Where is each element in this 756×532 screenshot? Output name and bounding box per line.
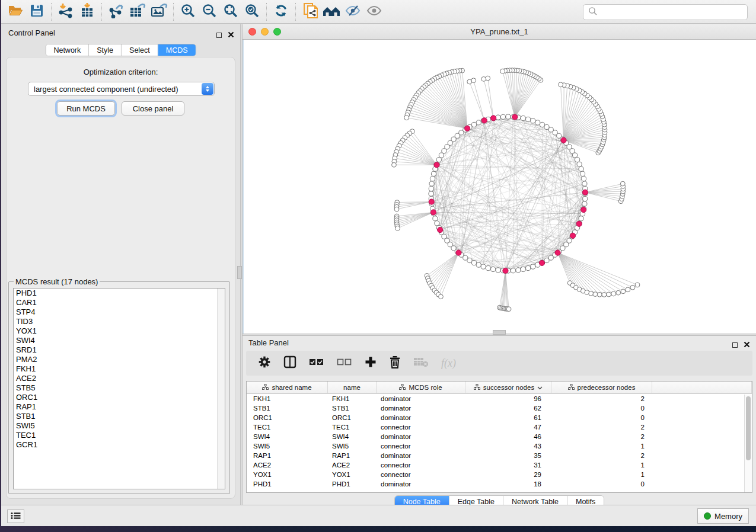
save-session-button[interactable] [26, 2, 47, 21]
mcds-result-item[interactable]: YOX1 [14, 326, 225, 336]
column-header-MCDS-role[interactable]: MCDS role [377, 382, 465, 394]
hub-node[interactable] [570, 233, 575, 238]
hub-node[interactable] [582, 190, 588, 195]
splitter-grip[interactable] [493, 330, 506, 335]
table-row[interactable]: TEC1TEC1connector472 [247, 422, 752, 432]
mcds-result-item[interactable]: TID3 [14, 317, 225, 326]
mcds-result-item[interactable]: PMA2 [14, 355, 225, 364]
hub-node[interactable] [561, 137, 566, 143]
hub-node[interactable] [434, 162, 439, 168]
column-header-successor-nodes[interactable]: successor nodes [465, 382, 551, 394]
hide-selected-button[interactable] [342, 2, 363, 21]
tab-network[interactable]: Network [46, 44, 88, 56]
network-graph[interactable] [244, 40, 756, 334]
tab-mcds[interactable]: MCDS [158, 44, 196, 56]
table-row[interactable]: YOX1YOX1connector291 [247, 470, 752, 479]
search-input[interactable] [601, 8, 742, 17]
mcds-result-item[interactable]: FKH1 [14, 364, 225, 374]
column-header-predecessor-nodes[interactable]: predecessor nodes [551, 382, 652, 394]
close-panel-icon[interactable] [744, 339, 750, 350]
show-columns-button[interactable] [283, 355, 296, 371]
zoom-in-button[interactable] [177, 2, 199, 21]
mcds-result-item[interactable]: ACE2 [14, 374, 225, 383]
column-header-name[interactable]: name [328, 382, 377, 394]
zoom-out-button[interactable] [199, 2, 220, 21]
table-row[interactable]: RAP1RAP1dominator352 [247, 451, 752, 460]
mcds-result-item[interactable]: SRD1 [14, 345, 225, 355]
mcds-result-item[interactable]: RAP1 [14, 402, 225, 412]
column-header-shared-name[interactable]: shared name [247, 382, 328, 394]
show-all-button[interactable] [363, 2, 385, 21]
hub-node[interactable] [491, 116, 496, 121]
mcds-result-item[interactable]: ORC1 [14, 393, 225, 402]
table-row[interactable]: ORC1ORC1dominator610 [247, 413, 752, 422]
scrollbar-thumb[interactable] [746, 396, 751, 460]
import-network-button[interactable] [55, 2, 76, 21]
hub-node[interactable] [429, 199, 434, 204]
tab-select[interactable]: Select [121, 44, 158, 56]
mcds-result-item[interactable]: GCR1 [14, 440, 225, 450]
network-canvas[interactable] [243, 40, 756, 334]
mcds-result-list[interactable]: PHD1CAR1STP4TID3YOX1SWI4SRD1PMA2FKH1ACE2… [13, 288, 225, 489]
memory-button[interactable]: Memory [697, 508, 749, 524]
hub-node[interactable] [481, 118, 487, 123]
zoom-fit-icon [223, 3, 238, 21]
run-mcds-button[interactable]: Run MCDS [57, 101, 115, 116]
table-row[interactable]: STB1STB1dominator620 [247, 403, 752, 413]
float-panel-icon[interactable] [216, 33, 222, 38]
memory-label: Memory [714, 512, 742, 521]
hub-node[interactable] [438, 227, 443, 232]
export-network-button[interactable] [106, 2, 127, 21]
mcds-result-item[interactable]: PHD1 [14, 289, 225, 298]
refresh-button[interactable] [270, 2, 292, 21]
mcds-result-item[interactable]: SWI4 [14, 336, 225, 345]
hub-node[interactable] [576, 221, 582, 226]
table-row[interactable]: FKH1FKH1dominator962 [247, 394, 752, 403]
table-row[interactable]: ACE2ACE2connector311 [247, 460, 752, 470]
table-row[interactable]: SWI5SWI5connector431 [247, 441, 752, 451]
network-titlebar[interactable]: YPA_prune.txt_1 [243, 24, 756, 40]
select-all-button[interactable] [309, 358, 324, 368]
clone-network-button[interactable] [299, 2, 321, 21]
zoom-selected-button[interactable] [241, 2, 263, 21]
table-settings-button[interactable] [258, 355, 271, 371]
hub-node[interactable] [503, 268, 508, 273]
task-history-button[interactable] [7, 509, 24, 523]
open-file-button[interactable] [5, 2, 26, 21]
splitter-grip[interactable] [237, 266, 242, 279]
hub-node[interactable] [555, 250, 560, 255]
close-panel-button[interactable]: Close panel [122, 101, 184, 116]
table-cell: TEC1 [247, 422, 328, 432]
export-image-button[interactable] [148, 2, 170, 21]
delete-column-button[interactable] [389, 355, 401, 371]
export-table-button[interactable] [127, 2, 148, 21]
mcds-result-item[interactable]: STB5 [14, 383, 225, 393]
hub-node[interactable] [465, 126, 470, 131]
zoom-fit-button[interactable] [220, 2, 241, 21]
hub-node[interactable] [430, 210, 436, 215]
mcds-result-item[interactable]: SWI5 [14, 421, 225, 431]
mcds-result-item[interactable]: STP4 [14, 307, 225, 317]
criterion-select[interactable]: largest connected component (undirected) [28, 82, 215, 96]
table-row[interactable]: SWI4SWI4dominator462 [247, 432, 752, 441]
table-scrollbar[interactable] [744, 395, 752, 492]
control-panel: Control Panel NetworkStyleSelectMCDS Opt… [1, 24, 240, 505]
mcds-list-scrollbar[interactable] [217, 289, 225, 489]
tab-style[interactable]: Style [88, 44, 121, 56]
search-box[interactable] [583, 4, 748, 20]
table-body: FKH1FKH1dominator962STB1STB1dominator620… [247, 394, 752, 489]
hub-node[interactable] [512, 114, 518, 120]
hub-node[interactable] [581, 207, 586, 212]
first-neighbors-button[interactable] [321, 2, 342, 21]
add-column-button[interactable] [365, 356, 377, 370]
mcds-result-item[interactable]: STB1 [14, 412, 225, 421]
mcds-result-item[interactable]: TEC1 [14, 431, 225, 440]
import-table-button[interactable] [76, 2, 98, 21]
deselect-all-button[interactable] [337, 358, 352, 368]
table-row[interactable]: PHD1PHD1dominator180 [247, 479, 752, 489]
mcds-result-item[interactable]: CAR1 [14, 298, 225, 307]
hub-node[interactable] [456, 250, 461, 255]
close-panel-icon[interactable] [228, 30, 234, 40]
float-panel-icon[interactable] [732, 342, 738, 348]
hub-node[interactable] [539, 260, 544, 265]
